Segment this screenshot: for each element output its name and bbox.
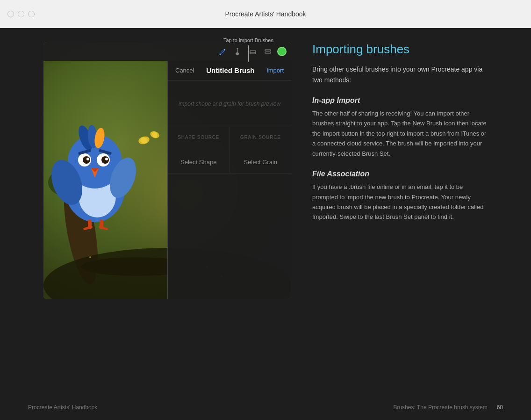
svg-point-25 xyxy=(105,158,108,160)
footer-right: Brushes: The Procreate brush system 60 xyxy=(393,404,503,411)
svg-point-23 xyxy=(101,156,109,164)
brush-preview-placeholder: import shape and grain for brush preview xyxy=(179,101,280,107)
window-minimize-btn[interactable] xyxy=(18,11,24,17)
brush-import-button[interactable]: Import xyxy=(266,67,284,74)
brush-panel-header: Cancel Untitled Brush Import xyxy=(168,61,291,80)
section-intro: Bring other useful brushes into your own… xyxy=(312,64,490,85)
svg-point-24 xyxy=(86,158,89,160)
tap-callout: Tap to import Brushes xyxy=(223,37,273,62)
file-association-body: If you have a .brush file online or in a… xyxy=(312,182,490,222)
shape-source-label: SHAPE SOURCE xyxy=(178,135,219,140)
callout-line xyxy=(248,45,249,62)
footer-page-number: 60 xyxy=(497,404,503,411)
shape-source-col: SHAPE SOURCE Select Shape xyxy=(168,127,230,173)
main-content: Tap to import Brushes xyxy=(0,28,531,420)
brush-preview-area: import shape and grain for brush preview xyxy=(168,80,291,127)
tablet-mockup: J... xyxy=(43,42,291,299)
section-heading: Importing brushes xyxy=(312,42,490,57)
window-controls xyxy=(7,11,35,17)
color-picker-icon[interactable] xyxy=(277,47,287,56)
in-app-import-body: The other half of sharing is receiving! … xyxy=(312,109,490,159)
window-maximize-btn[interactable] xyxy=(28,11,35,17)
select-shape-button[interactable]: Select Shape xyxy=(180,159,216,166)
brush-edit-panel: Cancel Untitled Brush Import import shap… xyxy=(167,61,291,299)
grain-source-label: GRAIN SOURCE xyxy=(240,135,281,140)
window-close-btn[interactable] xyxy=(7,11,14,17)
brush-sources: SHAPE SOURCE Select Shape GRAIN SOURCE S… xyxy=(168,127,291,174)
grain-source-col: GRAIN SOURCE Select Grain xyxy=(230,127,292,173)
in-app-import-title: In-app Import xyxy=(312,96,490,105)
footer-chapter: Brushes: The Procreate brush system xyxy=(393,404,487,411)
brush-cancel-button[interactable]: Cancel xyxy=(175,67,194,74)
title-bar: Procreate Artists' Handbook xyxy=(0,0,531,28)
footer: Procreate Artists' Handbook Brushes: The… xyxy=(28,404,503,411)
svg-point-38 xyxy=(89,256,91,258)
footer-book-title: Procreate Artists' Handbook xyxy=(28,404,97,411)
window-title: Procreate Artists' Handbook xyxy=(225,10,306,18)
file-association-title: File Association xyxy=(312,170,490,178)
callout-label: Tap to import Brushes xyxy=(223,37,273,43)
text-section: Importing brushes Bring other useful bru… xyxy=(294,42,490,299)
device-section: Tap to import Brushes xyxy=(41,42,294,299)
brush-panel-title: Untitled Brush xyxy=(206,66,254,74)
select-grain-button[interactable]: Select Grain xyxy=(244,159,277,166)
svg-point-22 xyxy=(83,156,90,164)
page-container: Tap to import Brushes xyxy=(41,42,490,299)
